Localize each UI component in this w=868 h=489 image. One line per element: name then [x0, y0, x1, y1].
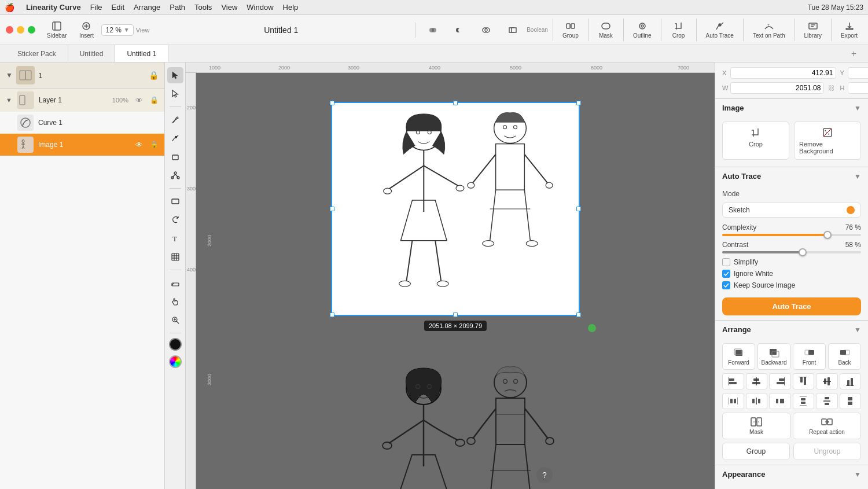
boolean-exclude-btn[interactable] [500, 23, 525, 38]
group-header[interactable]: ▼ 1 🔒 [0, 62, 164, 89]
select-tool[interactable] [167, 67, 183, 83]
ungroup-btn[interactable]: Ungroup [793, 443, 861, 460]
x-input[interactable] [730, 67, 836, 79]
backward-button[interactable]: Backward [757, 343, 790, 370]
close-button[interactable] [6, 26, 13, 34]
boolean-unite-btn[interactable] [420, 23, 446, 38]
crop-tool-btn[interactable]: Crop [722, 122, 789, 160]
y-field[interactable]: Y Z [840, 67, 868, 79]
zoom-tool[interactable] [167, 312, 183, 328]
canvas-area[interactable]: 1000 2000 3000 4000 5000 6000 7000 2000 … [186, 62, 715, 489]
mode-select[interactable]: Sketch [722, 203, 861, 218]
contrast-slider-handle[interactable] [799, 248, 807, 256]
outline-button[interactable]: Outline [628, 19, 656, 41]
tab-untitled[interactable]: Untitled [68, 45, 116, 62]
group-button[interactable]: Group [558, 19, 583, 41]
dist-v-btn[interactable] [793, 393, 815, 409]
h-input[interactable] [848, 82, 868, 94]
image-1-item[interactable]: Image 1 👁 🔒 [0, 134, 164, 156]
forward-button[interactable]: Forward [722, 343, 755, 370]
y-input[interactable] [848, 67, 868, 79]
shape-tool[interactable] [167, 149, 183, 165]
curve-1-item[interactable]: Curve 1 [0, 112, 164, 134]
pencil-tool[interactable] [167, 130, 183, 146]
dist-right-h-btn[interactable] [769, 393, 791, 409]
mask-btn[interactable]: Mask [722, 413, 790, 439]
group-lock-icon[interactable]: 🔒 [149, 71, 159, 80]
link-icon[interactable]: ⛓ [828, 84, 834, 91]
boolean-subtract-btn[interactable] [447, 23, 472, 38]
auto-trace-header[interactable]: Auto Trace ▼ [715, 167, 868, 185]
menu-arrange[interactable]: Arrange [134, 3, 160, 12]
auto-trace-button[interactable]: Auto Trace [722, 297, 861, 315]
direct-select-tool[interactable] [167, 86, 183, 102]
align-bottom-btn[interactable] [840, 373, 862, 389]
auto-trace-toolbar-button[interactable]: Auto Trace [701, 19, 738, 41]
green-handle[interactable] [588, 324, 596, 332]
canvas-content[interactable]: 2000 3000 [196, 73, 715, 489]
menu-tools[interactable]: Tools [194, 3, 212, 12]
align-top-btn[interactable] [793, 373, 815, 389]
complexity-slider-track[interactable] [722, 234, 861, 236]
rectangle-tool[interactable] [167, 193, 183, 209]
back-button[interactable]: Back [828, 343, 861, 370]
eraser-tool[interactable] [167, 275, 183, 291]
menu-edit[interactable]: Edit [112, 3, 124, 12]
mask-button[interactable]: Mask [593, 19, 619, 41]
simplify-row[interactable]: Simplify [722, 258, 861, 266]
color-ring[interactable] [169, 355, 182, 368]
align-left-btn[interactable] [722, 373, 744, 389]
tab-sticker-pack[interactable]: Sticker Pack [6, 45, 68, 62]
text-on-path-button[interactable]: T Text on Path [748, 19, 790, 41]
dist-v-equal-btn[interactable] [840, 393, 862, 409]
fill-color[interactable] [169, 338, 182, 351]
align-middle-btn[interactable] [816, 373, 838, 389]
layer-visibility-icon[interactable]: 👁 [135, 96, 143, 105]
ignore-white-checkbox[interactable] [722, 270, 730, 278]
top-image-container[interactable]: 2051.08 × 2099.79 [331, 102, 580, 316]
front-button[interactable]: Front [793, 343, 826, 370]
grid-tool[interactable] [167, 249, 183, 265]
contrast-slider-track[interactable] [722, 251, 861, 253]
menu-help[interactable]: Help [283, 3, 299, 12]
node-tool[interactable] [167, 167, 183, 183]
apple-menu[interactable]: 🍎 [5, 3, 14, 12]
boolean-intersect-btn[interactable] [473, 23, 499, 38]
text-tool[interactable]: T [167, 230, 183, 247]
simplify-checkbox[interactable] [722, 258, 730, 266]
layer-1-item[interactable]: ▼ Layer 1 100% 👁 🔒 [0, 89, 164, 112]
image-section-header[interactable]: Image ▼ [715, 99, 868, 117]
group-btn[interactable]: Group [722, 443, 790, 460]
menu-path[interactable]: Path [170, 3, 185, 12]
layer-lock-icon[interactable]: 🔒 [150, 96, 159, 104]
ignore-white-row[interactable]: Ignore White [722, 270, 861, 278]
remove-bg-btn[interactable]: Remove Background [794, 122, 861, 160]
canvas-page[interactable]: 2051.08 × 2099.79 [331, 102, 580, 489]
align-right-btn[interactable] [769, 373, 791, 389]
w-input[interactable] [730, 82, 824, 94]
arrange-header[interactable]: Arrange ▼ [715, 321, 868, 339]
keep-source-row[interactable]: Keep Source Image [722, 281, 861, 289]
appearance-chevron-icon[interactable]: ▼ [854, 470, 861, 479]
image-visibility-icon[interactable]: 👁 [135, 141, 143, 149]
h-field[interactable]: H ⊡ ⇔ [840, 82, 868, 94]
help-button[interactable]: ? [536, 467, 553, 483]
repeat-action-btn[interactable]: Repeat action [793, 413, 861, 439]
library-button[interactable]: Library [800, 19, 827, 41]
arrange-chevron-icon[interactable]: ▼ [854, 326, 861, 334]
menu-file[interactable]: File [90, 3, 102, 12]
fullscreen-button[interactable] [28, 26, 35, 34]
image-chevron-icon[interactable]: ▼ [854, 104, 861, 112]
layer-expand-icon[interactable]: ▼ [6, 97, 12, 104]
insert-button[interactable]: Insert [73, 19, 99, 41]
rotate-tool[interactable] [167, 212, 183, 228]
export-button[interactable]: Export [836, 19, 862, 41]
x-field[interactable]: X [722, 67, 836, 79]
w-field[interactable]: W ⛓ [722, 82, 836, 94]
crop-button[interactable]: Crop [666, 19, 692, 41]
menu-view[interactable]: View [221, 3, 237, 12]
pen-tool[interactable] [167, 112, 183, 128]
sidebar-toggle-button[interactable]: Sidebar [42, 19, 71, 41]
image-lock-icon[interactable]: 🔒 [150, 141, 159, 149]
complexity-slider-handle[interactable] [823, 231, 832, 239]
